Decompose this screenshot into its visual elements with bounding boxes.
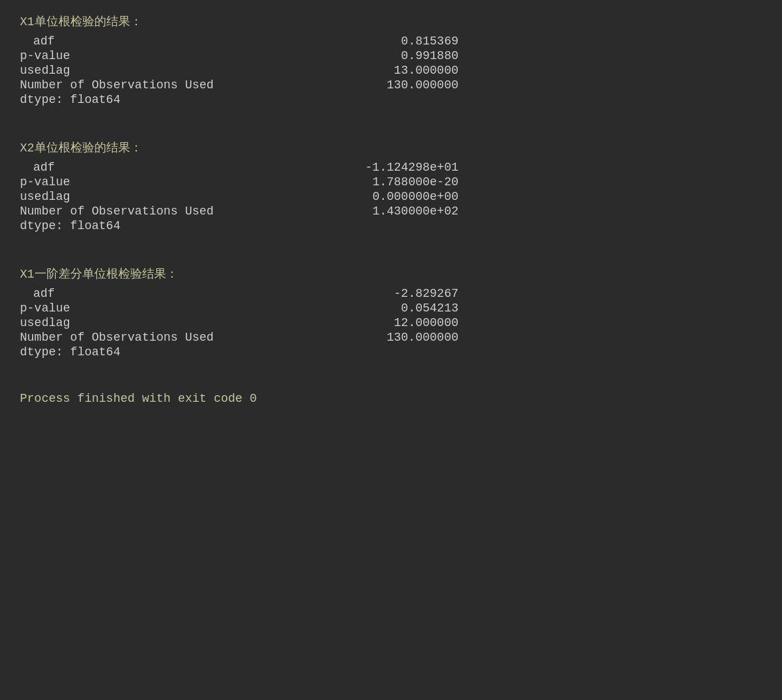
output-line: p-value1.788000e-20 [20, 175, 762, 189]
output-key: Number of Observations Used [20, 78, 326, 92]
output-key: adf [20, 287, 326, 300]
section-title: X2单位根检验的结果： [20, 139, 762, 155]
output-value: 13.000000 [326, 64, 458, 77]
process-finished-line: Process finished with exit code 0 [20, 392, 762, 405]
dtype-line: dtype: float64 [20, 345, 762, 359]
output-line: usedlag13.000000 [20, 64, 762, 77]
output-line: adf-2.829267 [20, 287, 762, 300]
output-line: usedlag0.000000e+00 [20, 190, 762, 203]
section-title: X1单位根检验的结果： [20, 13, 762, 29]
output-value: 0.054213 [326, 302, 458, 315]
output-line: Number of Observations Used1.430000e+02 [20, 205, 762, 218]
output-line: p-value0.054213 [20, 302, 762, 315]
output-line: p-value0.991880 [20, 49, 762, 62]
output-value: 1.788000e-20 [326, 175, 458, 189]
output-key: Number of Observations Used [20, 205, 326, 218]
output-key: usedlag [20, 316, 326, 329]
output-value: 1.430000e+02 [326, 205, 458, 218]
output-value: -2.829267 [326, 287, 458, 300]
output-key: usedlag [20, 64, 326, 77]
section-x2-unit-root: X2单位根检验的结果： adf-1.124298e+01p-value1.788… [20, 139, 762, 232]
output-value: 130.000000 [326, 331, 458, 344]
output-key: p-value [20, 49, 326, 62]
output-line: adf-1.124298e+01 [20, 161, 762, 174]
output-value: 12.000000 [326, 316, 458, 329]
output-value: -1.124298e+01 [326, 161, 458, 174]
output-line: adf0.815369 [20, 35, 762, 48]
output-line: usedlag12.000000 [20, 316, 762, 329]
dtype-line: dtype: float64 [20, 93, 762, 106]
output-value: 0.991880 [326, 49, 458, 62]
section-title: X1一阶差分单位根检验结果： [20, 266, 762, 282]
output-key: Number of Observations Used [20, 331, 326, 344]
section-x1-diff-unit-root: X1一阶差分单位根检验结果： adf-2.829267p-value0.0542… [20, 266, 762, 359]
output-key: p-value [20, 175, 326, 189]
output-key: adf [20, 35, 326, 48]
output-container: X1单位根检验的结果： adf0.815369p-value0.991880us… [20, 13, 762, 405]
output-value: 0.000000e+00 [326, 190, 458, 203]
output-value: 0.815369 [326, 35, 458, 48]
output-line: Number of Observations Used130.000000 [20, 78, 762, 92]
section-x1-unit-root: X1单位根检验的结果： adf0.815369p-value0.991880us… [20, 13, 762, 106]
output-line: Number of Observations Used130.000000 [20, 331, 762, 344]
output-key: p-value [20, 302, 326, 315]
dtype-line: dtype: float64 [20, 219, 762, 232]
output-value: 130.000000 [326, 78, 458, 92]
output-key: usedlag [20, 190, 326, 203]
output-key: adf [20, 161, 326, 174]
